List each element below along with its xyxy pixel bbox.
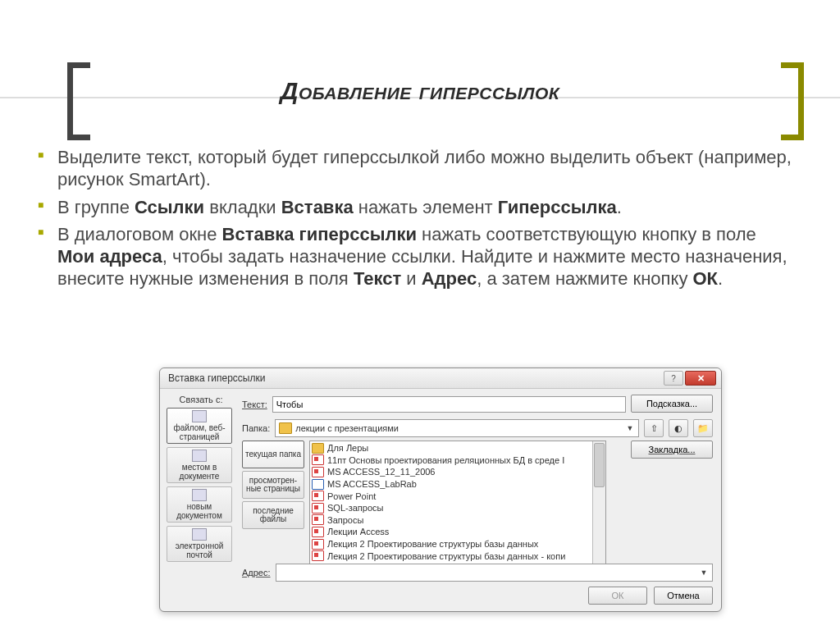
- up-arrow-icon: ⇧: [651, 423, 658, 434]
- scrollbar[interactable]: [592, 441, 605, 564]
- page-title: Добавление гиперссылок: [0, 77, 840, 105]
- browse-tab[interactable]: последние файлы: [242, 501, 304, 529]
- bold: Ссылки: [135, 197, 204, 217]
- bullet-list: Выделите текст, который будет гиперссылк…: [38, 146, 796, 295]
- text: , а затем нажмите кнопку: [477, 268, 692, 289]
- text: .: [718, 268, 723, 289]
- folder-combobox[interactable]: лекции с презентациями ▼: [275, 419, 639, 437]
- list-item: Выделите текст, который будет гиперссылк…: [38, 146, 796, 191]
- file-icon: [312, 539, 324, 550]
- text: В группе: [57, 197, 135, 217]
- insert-hyperlink-dialog: Вставка гиперссылки ? ✕ Связать с: файло…: [159, 368, 722, 612]
- list-item[interactable]: SQL-запросы: [312, 502, 604, 514]
- cancel-button[interactable]: Отмена: [654, 587, 713, 605]
- tile-icon: [192, 489, 207, 501]
- file-icon: [312, 503, 324, 514]
- file-icon: [312, 479, 324, 490]
- list-item[interactable]: Для Леры: [312, 442, 604, 454]
- bold: Гиперссылка: [498, 197, 617, 217]
- file-icon: [312, 527, 324, 537]
- bold: Мои адреса: [57, 246, 162, 267]
- text-input[interactable]: [272, 396, 626, 413]
- list-item: В группе Ссылки вкладки Вставка нажать э…: [38, 196, 796, 218]
- text: нажать элемент: [354, 197, 498, 217]
- tile-label: местом в документе: [169, 463, 230, 481]
- folder-value: лекции с презентациями: [295, 423, 399, 433]
- text: вкладки: [204, 197, 281, 217]
- globe-icon: ◐: [674, 423, 682, 434]
- dialog-title: Вставка гиперссылки: [168, 372, 662, 384]
- file-icon: [312, 491, 324, 501]
- file-icon: [312, 514, 324, 525]
- help-button[interactable]: ?: [664, 371, 683, 386]
- list-item[interactable]: MS ACCESS_12_11_2006: [312, 466, 604, 478]
- folder-icon: [312, 443, 324, 454]
- link-to-label: Связать с:: [167, 395, 235, 404]
- browse-tab[interactable]: текущая папка: [242, 441, 304, 468]
- file-name: Лекция 2 Проектирование структуры базы д…: [327, 539, 538, 549]
- address-combobox[interactable]: ▼: [276, 564, 713, 582]
- link-to-column: Связать с: файлом, веб-страницейместом в…: [167, 395, 235, 565]
- file-name: MS ACCESS_12_11_2006: [327, 467, 435, 477]
- chevron-down-icon: ▼: [623, 420, 637, 436]
- close-button[interactable]: ✕: [685, 371, 716, 386]
- title-area: Добавление гиперссылок: [0, 30, 840, 120]
- file-name: Лекции Access: [327, 527, 389, 536]
- browse-web-button[interactable]: ◐: [669, 419, 688, 437]
- file-icon: [312, 467, 324, 477]
- dialog-actions: ОК Отмена: [588, 587, 713, 605]
- file-listbox[interactable]: Для Леры11пт Основы проектирования реляц…: [309, 441, 606, 565]
- file-name: Запросы: [327, 515, 363, 525]
- link-to-tile[interactable]: электронной почтой: [167, 526, 232, 562]
- dialog-body: Связать с: файлом, веб-страницейместом в…: [160, 388, 721, 611]
- list-item[interactable]: 11пт Основы проектирования реляционных Б…: [312, 454, 604, 467]
- text: В диалоговом окне: [57, 224, 222, 244]
- list-item[interactable]: Лекция 2 Проектирование структуры базы д…: [312, 538, 604, 550]
- link-to-tile[interactable]: местом в документе: [167, 447, 232, 483]
- bold: ОК: [693, 268, 719, 289]
- text-row: Текст:: [242, 396, 626, 413]
- chevron-down-icon: ▼: [697, 564, 710, 581]
- text: .: [617, 197, 622, 217]
- tile-label: электронной почтой: [169, 542, 230, 559]
- file-name: MS ACCESS_LabRab: [327, 479, 417, 489]
- list-item[interactable]: Запросы: [312, 514, 604, 527]
- bold: Текст: [354, 268, 401, 289]
- ok-button[interactable]: ОК: [588, 587, 647, 605]
- text-label: Текст:: [242, 399, 267, 409]
- text: и: [401, 268, 422, 289]
- slide: Добавление гиперссылок Выделите текст, к…: [0, 0, 840, 630]
- bookmark-button[interactable]: Закладка...: [631, 441, 713, 459]
- browse-tabs: текущая папкапросмотрен-ные страницыпосл…: [242, 441, 304, 532]
- list-item[interactable]: Лекции Access: [312, 526, 604, 538]
- list-item[interactable]: MS ACCESS_LabRab: [312, 478, 604, 491]
- list-item[interactable]: Power Point: [312, 490, 604, 502]
- folder-icon: [279, 422, 292, 434]
- scrollbar-thumb[interactable]: [594, 443, 605, 487]
- file-name: Для Леры: [327, 443, 368, 453]
- folder-row: Папка: лекции с презентациями ▼ ⇧ ◐ 📁: [242, 419, 713, 437]
- browse-tab[interactable]: просмотрен-ные страницы: [242, 471, 304, 499]
- list-item[interactable]: Лекция 2 Проектирование структуры базы д…: [312, 550, 604, 562]
- file-name: SQL-запросы: [327, 503, 383, 513]
- tile-icon: [192, 410, 207, 422]
- browse-file-button[interactable]: 📁: [693, 419, 713, 437]
- close-icon: ✕: [697, 373, 705, 384]
- file-icon: [312, 454, 324, 465]
- folder-label: Папка:: [242, 423, 270, 433]
- bold: Вставка гиперссылки: [222, 224, 417, 244]
- link-to-tile[interactable]: файлом, веб-страницей: [167, 408, 232, 444]
- screentip-button[interactable]: Подсказка...: [631, 395, 713, 413]
- dialog-titlebar[interactable]: Вставка гиперссылки ? ✕: [160, 368, 721, 389]
- file-icon: [312, 550, 324, 561]
- bold: Вставка: [281, 197, 354, 217]
- up-folder-button[interactable]: ⇧: [644, 419, 664, 437]
- text: нажать соответствующую кнопку в поле: [417, 224, 756, 244]
- tile-icon: [192, 528, 207, 541]
- tile-label: файлом, веб-страницей: [169, 424, 230, 441]
- list-item: В диалоговом окне Вставка гиперссылки на…: [38, 223, 796, 290]
- bold: Адрес: [422, 268, 477, 289]
- address-row: Адрес: ▼: [242, 564, 713, 582]
- text: Выделите текст, который будет гиперссылк…: [57, 147, 792, 189]
- link-to-tile[interactable]: новым документом: [167, 486, 232, 523]
